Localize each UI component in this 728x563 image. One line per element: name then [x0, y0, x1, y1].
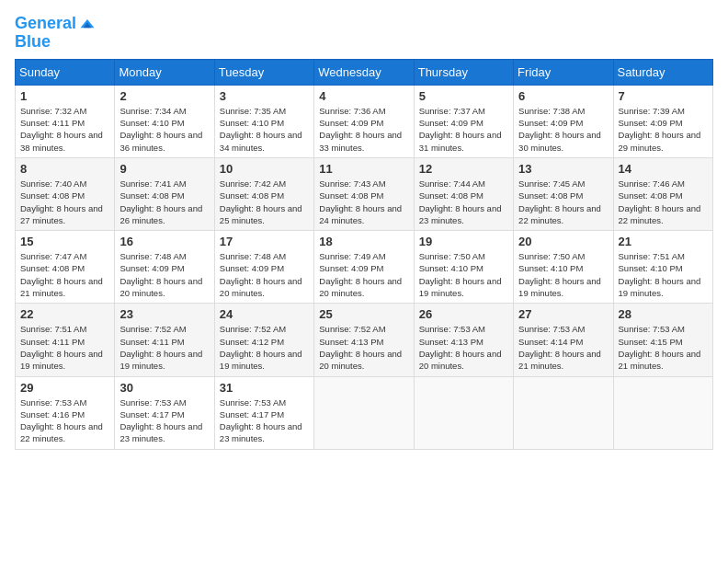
- day-info: Sunrise: 7:53 AMSunset: 4:15 PMDaylight:…: [619, 323, 708, 372]
- day-number: 12: [419, 162, 508, 176]
- calendar-cell: 10 Sunrise: 7:42 AMSunset: 4:08 PMDaylig…: [214, 157, 313, 230]
- calendar-cell: 1 Sunrise: 7:32 AMSunset: 4:11 PMDayligh…: [16, 85, 115, 157]
- day-info: Sunrise: 7:53 AMSunset: 4:14 PMDaylight:…: [518, 323, 608, 372]
- day-number: 25: [319, 307, 408, 321]
- calendar-cell: 25 Sunrise: 7:52 AMSunset: 4:13 PMDaylig…: [314, 304, 414, 376]
- calendar-cell: 21 Sunrise: 7:51 AMSunset: 4:10 PMDaylig…: [613, 231, 712, 304]
- day-info: Sunrise: 7:48 AMSunset: 4:09 PMDaylight:…: [119, 250, 209, 299]
- calendar-cell: 9 Sunrise: 7:41 AMSunset: 4:08 PMDayligh…: [115, 157, 214, 230]
- day-number: 17: [220, 235, 309, 248]
- day-number: 13: [518, 162, 608, 176]
- calendar-cell: 15 Sunrise: 7:47 AMSunset: 4:08 PMDaylig…: [16, 231, 115, 304]
- weekday-header-wednesday: Wednesday: [314, 59, 414, 85]
- day-info: Sunrise: 7:50 AMSunset: 4:10 PMDaylight:…: [518, 250, 608, 299]
- calendar-cell: 12 Sunrise: 7:44 AMSunset: 4:08 PMDaylig…: [414, 157, 513, 230]
- day-info: Sunrise: 7:53 AMSunset: 4:17 PMDaylight:…: [119, 396, 209, 445]
- logo-icon: [78, 15, 97, 33]
- day-info: Sunrise: 7:52 AMSunset: 4:13 PMDaylight:…: [319, 323, 408, 372]
- calendar-week-1: 1 Sunrise: 7:32 AMSunset: 4:11 PMDayligh…: [16, 85, 713, 157]
- calendar-week-2: 8 Sunrise: 7:40 AMSunset: 4:08 PMDayligh…: [16, 157, 713, 230]
- calendar-week-4: 22 Sunrise: 7:51 AMSunset: 4:11 PMDaylig…: [16, 304, 713, 376]
- day-number: 23: [119, 307, 209, 321]
- day-info: Sunrise: 7:52 AMSunset: 4:11 PMDaylight:…: [119, 323, 209, 372]
- day-number: 7: [619, 89, 708, 103]
- weekday-header-thursday: Thursday: [414, 59, 513, 85]
- weekday-header-sunday: Sunday: [16, 59, 115, 85]
- day-number: 27: [518, 307, 608, 321]
- page-header: General Blue: [15, 15, 713, 52]
- day-number: 18: [319, 235, 408, 248]
- day-number: 4: [319, 89, 408, 103]
- weekday-header-saturday: Saturday: [613, 59, 712, 85]
- day-info: Sunrise: 7:53 AMSunset: 4:16 PMDaylight:…: [20, 396, 109, 445]
- day-number: 24: [220, 307, 309, 321]
- calendar-cell: 16 Sunrise: 7:48 AMSunset: 4:09 PMDaylig…: [115, 231, 214, 304]
- day-info: Sunrise: 7:46 AMSunset: 4:08 PMDaylight:…: [619, 178, 708, 226]
- calendar-cell: [414, 376, 513, 449]
- day-info: Sunrise: 7:37 AMSunset: 4:09 PMDaylight:…: [419, 105, 508, 154]
- logo-text: General: [15, 15, 76, 33]
- day-info: Sunrise: 7:43 AMSunset: 4:08 PMDaylight:…: [319, 178, 408, 226]
- calendar-cell: 19 Sunrise: 7:50 AMSunset: 4:10 PMDaylig…: [414, 231, 513, 304]
- calendar-cell: 28 Sunrise: 7:53 AMSunset: 4:15 PMDaylig…: [613, 304, 712, 376]
- day-number: 26: [419, 307, 508, 321]
- day-number: 21: [619, 235, 708, 248]
- day-number: 31: [220, 381, 309, 395]
- calendar-cell: 17 Sunrise: 7:48 AMSunset: 4:09 PMDaylig…: [214, 231, 313, 304]
- calendar-cell: 24 Sunrise: 7:52 AMSunset: 4:12 PMDaylig…: [214, 304, 313, 376]
- day-number: 30: [119, 381, 209, 395]
- calendar-table: SundayMondayTuesdayWednesdayThursdayFrid…: [15, 59, 713, 450]
- day-info: Sunrise: 7:35 AMSunset: 4:10 PMDaylight:…: [220, 105, 309, 154]
- calendar-cell: [514, 376, 613, 449]
- day-number: 15: [20, 235, 109, 248]
- day-info: Sunrise: 7:40 AMSunset: 4:08 PMDaylight:…: [20, 178, 109, 226]
- weekday-header-friday: Friday: [514, 59, 613, 85]
- day-number: 8: [20, 162, 109, 176]
- calendar-cell: [613, 376, 712, 449]
- calendar-cell: 22 Sunrise: 7:51 AMSunset: 4:11 PMDaylig…: [16, 304, 115, 376]
- day-number: 16: [119, 235, 209, 248]
- day-number: 5: [419, 89, 508, 103]
- calendar-cell: 5 Sunrise: 7:37 AMSunset: 4:09 PMDayligh…: [414, 85, 513, 157]
- calendar-header-row: SundayMondayTuesdayWednesdayThursdayFrid…: [16, 59, 713, 85]
- calendar-cell: 30 Sunrise: 7:53 AMSunset: 4:17 PMDaylig…: [115, 376, 214, 449]
- day-info: Sunrise: 7:38 AMSunset: 4:09 PMDaylight:…: [518, 105, 608, 154]
- calendar-cell: 13 Sunrise: 7:45 AMSunset: 4:08 PMDaylig…: [514, 157, 613, 230]
- calendar-cell: 3 Sunrise: 7:35 AMSunset: 4:10 PMDayligh…: [214, 85, 313, 157]
- day-info: Sunrise: 7:41 AMSunset: 4:08 PMDaylight:…: [119, 178, 209, 226]
- day-number: 14: [619, 162, 708, 176]
- day-number: 3: [220, 89, 309, 103]
- calendar-cell: 23 Sunrise: 7:52 AMSunset: 4:11 PMDaylig…: [115, 304, 214, 376]
- day-number: 2: [119, 89, 209, 103]
- calendar-cell: 20 Sunrise: 7:50 AMSunset: 4:10 PMDaylig…: [514, 231, 613, 304]
- day-info: Sunrise: 7:53 AMSunset: 4:17 PMDaylight:…: [220, 396, 309, 445]
- day-number: 9: [119, 162, 209, 176]
- calendar-cell: 29 Sunrise: 7:53 AMSunset: 4:16 PMDaylig…: [16, 376, 115, 449]
- day-info: Sunrise: 7:48 AMSunset: 4:09 PMDaylight:…: [220, 250, 309, 299]
- day-number: 28: [619, 307, 708, 321]
- day-info: Sunrise: 7:53 AMSunset: 4:13 PMDaylight:…: [419, 323, 508, 372]
- day-number: 29: [20, 381, 109, 395]
- day-number: 10: [220, 162, 309, 176]
- day-info: Sunrise: 7:44 AMSunset: 4:08 PMDaylight:…: [419, 178, 508, 226]
- calendar-week-5: 29 Sunrise: 7:53 AMSunset: 4:16 PMDaylig…: [16, 376, 713, 449]
- calendar-cell: 14 Sunrise: 7:46 AMSunset: 4:08 PMDaylig…: [613, 157, 712, 230]
- day-number: 19: [419, 235, 508, 248]
- calendar-cell: 11 Sunrise: 7:43 AMSunset: 4:08 PMDaylig…: [314, 157, 414, 230]
- calendar-cell: [314, 376, 414, 449]
- weekday-header-tuesday: Tuesday: [214, 59, 313, 85]
- logo: General Blue: [15, 15, 97, 52]
- day-number: 11: [319, 162, 408, 176]
- day-info: Sunrise: 7:32 AMSunset: 4:11 PMDaylight:…: [20, 105, 109, 154]
- day-info: Sunrise: 7:50 AMSunset: 4:10 PMDaylight:…: [419, 250, 508, 299]
- day-info: Sunrise: 7:36 AMSunset: 4:09 PMDaylight:…: [319, 105, 408, 154]
- calendar-cell: 8 Sunrise: 7:40 AMSunset: 4:08 PMDayligh…: [16, 157, 115, 230]
- calendar-cell: 2 Sunrise: 7:34 AMSunset: 4:10 PMDayligh…: [115, 85, 214, 157]
- day-info: Sunrise: 7:49 AMSunset: 4:09 PMDaylight:…: [319, 250, 408, 299]
- day-info: Sunrise: 7:42 AMSunset: 4:08 PMDaylight:…: [220, 178, 309, 226]
- day-number: 20: [518, 235, 608, 248]
- calendar-cell: 27 Sunrise: 7:53 AMSunset: 4:14 PMDaylig…: [514, 304, 613, 376]
- calendar-cell: 4 Sunrise: 7:36 AMSunset: 4:09 PMDayligh…: [314, 85, 414, 157]
- logo-text-blue: Blue: [15, 33, 97, 52]
- calendar-cell: 18 Sunrise: 7:49 AMSunset: 4:09 PMDaylig…: [314, 231, 414, 304]
